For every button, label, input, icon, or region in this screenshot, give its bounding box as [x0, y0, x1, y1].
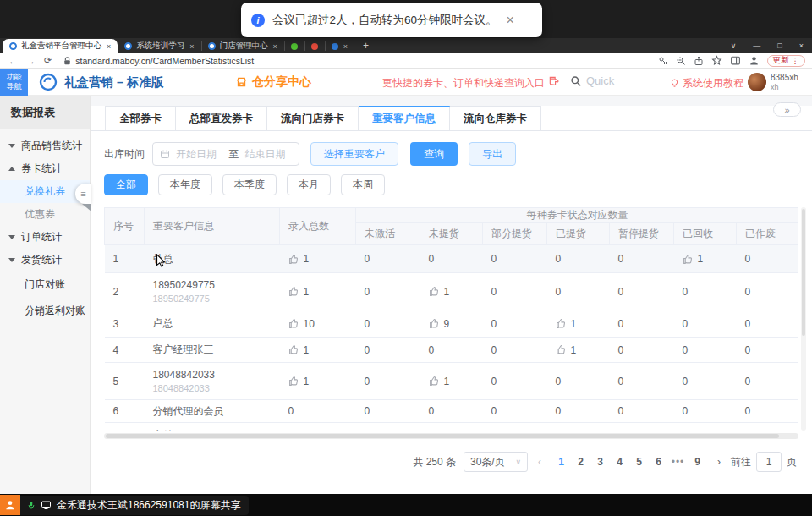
sidebar-item-商品销售统计[interactable]: 商品销售统计: [0, 134, 90, 157]
horizontal-scrollbar[interactable]: [104, 433, 798, 439]
tutorial-link[interactable]: 系统使用教程: [670, 76, 743, 91]
page-number-5[interactable]: 5: [629, 456, 649, 468]
notification-close-icon[interactable]: ×: [507, 13, 514, 28]
customer-table: 序号 重要客户信息 录入总数 每种券卡状态对应数量 未激活 未提货 部分提货 已…: [104, 207, 798, 431]
like-icon: [429, 286, 440, 297]
status-count: 0: [745, 405, 799, 417]
range-button-本月[interactable]: 本月: [287, 174, 331, 195]
tab-重要客户信息[interactable]: 重要客户信息: [359, 106, 450, 130]
status-count: 0: [683, 318, 737, 330]
sidebar-item-分销返利对账[interactable]: 分销返利对账: [0, 298, 90, 324]
avatar[interactable]: [748, 73, 766, 91]
share-icon[interactable]: [694, 56, 704, 66]
range-button-本年度[interactable]: 本年度: [158, 174, 212, 195]
warehouse-share-link[interactable]: 仓分享中心: [235, 74, 311, 90]
like-icon: [365, 430, 376, 431]
function-nav-button[interactable]: 功能 导航: [0, 69, 28, 96]
vertical-scrollbar[interactable]: [801, 207, 806, 431]
range-button-本周[interactable]: 本周: [341, 174, 385, 195]
sidebar-item-优惠券[interactable]: 优惠券: [0, 203, 90, 226]
browser-tab[interactable]: 系统培训学习×: [118, 39, 200, 53]
cell-status-count: 0: [737, 363, 799, 400]
browser-update-button[interactable]: 更新 ⋮: [767, 55, 806, 67]
status-count: 0: [683, 405, 737, 417]
sidebar-item-门店对账[interactable]: 门店对账: [0, 272, 90, 298]
page-number-3[interactable]: 3: [590, 456, 610, 468]
page-size-select[interactable]: 30条/页 ∨: [464, 452, 528, 472]
cell-status-count: 1: [420, 423, 483, 431]
range-button-本季度[interactable]: 本季度: [222, 174, 277, 195]
select-customer-button[interactable]: 选择重要客户: [310, 142, 398, 166]
cell-customer[interactable]: 唐总: [145, 423, 280, 431]
status-count: 1: [556, 430, 610, 431]
page-number-9[interactable]: 9: [688, 456, 707, 468]
tab-close-icon[interactable]: ×: [343, 42, 348, 51]
reload-button[interactable]: ⟳: [44, 55, 52, 66]
cell-customer[interactable]: 1895024977518950249775: [145, 273, 280, 310]
sidebar-item-券卡统计[interactable]: 券卡统计: [0, 157, 90, 180]
tab-全部券卡[interactable]: 全部券卡: [105, 106, 176, 130]
browser-tab[interactable]: 礼盒营销平台管理中心×: [3, 39, 118, 53]
prev-page-button[interactable]: ‹: [535, 456, 544, 468]
password-key-icon[interactable]: [658, 56, 668, 66]
profile-icon[interactable]: [749, 55, 760, 66]
page-numbers: 123456•••9: [551, 456, 707, 468]
cell-status-count: 0: [610, 310, 674, 338]
cell-customer[interactable]: 客户经理张三: [145, 338, 280, 363]
quick-search[interactable]: Quick: [570, 74, 614, 87]
tab-流向门店券卡[interactable]: 流向门店券卡: [267, 106, 359, 130]
page-number-6[interactable]: 6: [649, 456, 668, 468]
tab-close-icon[interactable]: ×: [189, 42, 194, 51]
browser-tab[interactable]: 门店管理中心×: [201, 39, 284, 53]
quick-entry-text[interactable]: 更快捷的券卡、订单和快递查询入口: [382, 76, 545, 91]
cell-customer[interactable]: 分销代理的会员: [145, 400, 280, 423]
export-button[interactable]: 导出: [469, 142, 516, 166]
status-count: 1: [429, 376, 483, 387]
zoom-icon[interactable]: [676, 56, 686, 66]
sidebar-item-label: 门店对账: [25, 277, 65, 292]
page-number-1[interactable]: 1: [551, 456, 571, 468]
cell-customer[interactable]: 1804884203318048842033: [145, 363, 280, 400]
new-tab-button[interactable]: +: [363, 40, 369, 52]
sidebar-item-label: 商品销售统计: [21, 139, 82, 153]
panel-collapse-button[interactable]: »: [773, 102, 801, 117]
goto-page-input[interactable]: [756, 452, 782, 472]
page-number-4[interactable]: 4: [610, 456, 629, 468]
tab-search-icon[interactable]: ∨: [722, 41, 745, 50]
sidebar: 数据报表 商品销售统计券卡统计兑换礼券优惠券订单统计发货统计门店对账分销返利对账: [0, 96, 91, 494]
sidebar-item-订单统计[interactable]: 订单统计: [0, 226, 90, 249]
forward-button[interactable]: →: [26, 56, 36, 66]
browser-tab[interactable]: ×: [325, 39, 354, 53]
range-button-全部[interactable]: 全部: [104, 174, 148, 195]
search-button[interactable]: 查询: [410, 142, 458, 166]
cell-status-count: 1: [280, 245, 356, 273]
tab-close-icon[interactable]: ×: [273, 42, 277, 51]
browser-tab[interactable]: [304, 39, 325, 53]
status-count: 0: [683, 344, 737, 356]
date-range-input[interactable]: 开始日期 至 结束日期: [152, 142, 299, 166]
sidebar-item-发货统计[interactable]: 发货统计: [0, 249, 90, 272]
minimize-button[interactable]: —: [744, 41, 769, 50]
tab-总部直发券卡[interactable]: 总部直发券卡: [176, 106, 267, 130]
cell-customer[interactable]: 卢总: [145, 310, 280, 338]
tab-流向仓库券卡[interactable]: 流向仓库券卡: [450, 106, 541, 130]
page-number-2[interactable]: 2: [571, 456, 590, 468]
status-count: 0: [683, 376, 737, 387]
bookmark-star-icon[interactable]: [711, 55, 722, 66]
close-window-button[interactable]: ×: [791, 41, 812, 50]
like-icon: [556, 430, 567, 431]
sidebar-collapse-handle[interactable]: ≡: [75, 184, 91, 204]
search-icon: [570, 75, 582, 87]
meeting-notification: i 会议已超过2人，自动转为60分钟限时会议。 ×: [241, 3, 542, 37]
next-page-button[interactable]: ›: [715, 456, 723, 468]
like-icon: [288, 318, 299, 329]
maximize-button[interactable]: □: [769, 41, 790, 50]
tab-close-icon[interactable]: ×: [107, 42, 111, 51]
browser-tab[interactable]: [284, 39, 304, 53]
address-bar[interactable]: standard.maboy.cn/CardMemberStatisticsLi…: [75, 56, 254, 66]
status-count: 0: [491, 253, 547, 265]
side-panel-icon[interactable]: [730, 55, 741, 66]
status-count: 0: [745, 253, 799, 265]
date-filter-label: 出库时间: [104, 147, 145, 162]
back-button[interactable]: ←: [8, 56, 18, 66]
